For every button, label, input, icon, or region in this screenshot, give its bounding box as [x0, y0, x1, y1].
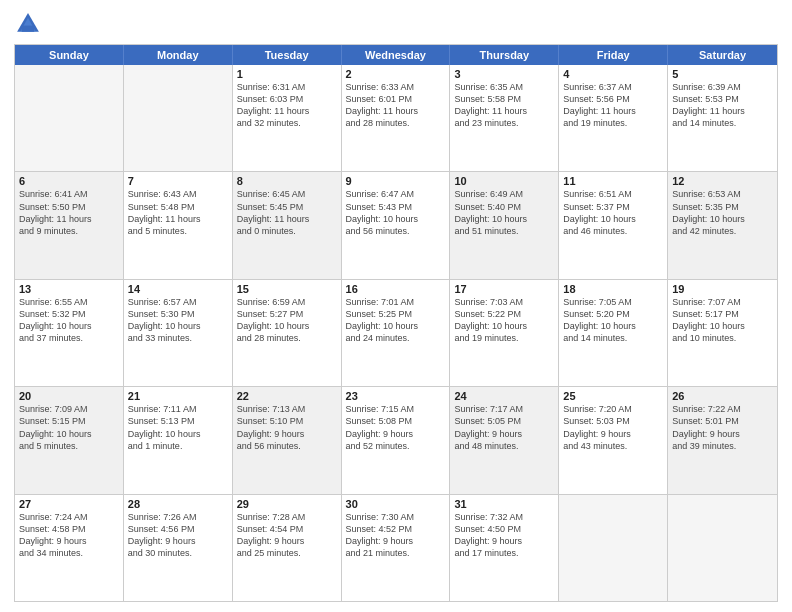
calendar-row-0: 1Sunrise: 6:31 AM Sunset: 6:03 PM Daylig… [15, 65, 777, 171]
calendar-row-1: 6Sunrise: 6:41 AM Sunset: 5:50 PM Daylig… [15, 171, 777, 278]
calendar-row-3: 20Sunrise: 7:09 AM Sunset: 5:15 PM Dayli… [15, 386, 777, 493]
calendar-cell: 21Sunrise: 7:11 AM Sunset: 5:13 PM Dayli… [124, 387, 233, 493]
calendar-cell: 25Sunrise: 7:20 AM Sunset: 5:03 PM Dayli… [559, 387, 668, 493]
calendar-cell: 6Sunrise: 6:41 AM Sunset: 5:50 PM Daylig… [15, 172, 124, 278]
header-day-thursday: Thursday [450, 45, 559, 65]
day-info: Sunrise: 6:35 AM Sunset: 5:58 PM Dayligh… [454, 81, 554, 130]
calendar-cell: 16Sunrise: 7:01 AM Sunset: 5:25 PM Dayli… [342, 280, 451, 386]
calendar-cell: 9Sunrise: 6:47 AM Sunset: 5:43 PM Daylig… [342, 172, 451, 278]
day-number: 5 [672, 68, 773, 80]
header [14, 10, 778, 38]
calendar-cell: 23Sunrise: 7:15 AM Sunset: 5:08 PM Dayli… [342, 387, 451, 493]
header-day-friday: Friday [559, 45, 668, 65]
calendar-cell: 24Sunrise: 7:17 AM Sunset: 5:05 PM Dayli… [450, 387, 559, 493]
day-number: 30 [346, 498, 446, 510]
calendar-cell: 19Sunrise: 7:07 AM Sunset: 5:17 PM Dayli… [668, 280, 777, 386]
day-info: Sunrise: 7:28 AM Sunset: 4:54 PM Dayligh… [237, 511, 337, 560]
day-number: 18 [563, 283, 663, 295]
day-number: 6 [19, 175, 119, 187]
calendar-cell: 28Sunrise: 7:26 AM Sunset: 4:56 PM Dayli… [124, 495, 233, 601]
calendar-cell: 22Sunrise: 7:13 AM Sunset: 5:10 PM Dayli… [233, 387, 342, 493]
day-info: Sunrise: 6:53 AM Sunset: 5:35 PM Dayligh… [672, 188, 773, 237]
day-info: Sunrise: 6:39 AM Sunset: 5:53 PM Dayligh… [672, 81, 773, 130]
day-info: Sunrise: 6:37 AM Sunset: 5:56 PM Dayligh… [563, 81, 663, 130]
calendar-cell: 29Sunrise: 7:28 AM Sunset: 4:54 PM Dayli… [233, 495, 342, 601]
calendar-row-2: 13Sunrise: 6:55 AM Sunset: 5:32 PM Dayli… [15, 279, 777, 386]
calendar-cell: 4Sunrise: 6:37 AM Sunset: 5:56 PM Daylig… [559, 65, 668, 171]
logo-icon [14, 10, 42, 38]
calendar-cell: 2Sunrise: 6:33 AM Sunset: 6:01 PM Daylig… [342, 65, 451, 171]
day-info: Sunrise: 6:51 AM Sunset: 5:37 PM Dayligh… [563, 188, 663, 237]
calendar-cell: 13Sunrise: 6:55 AM Sunset: 5:32 PM Dayli… [15, 280, 124, 386]
day-number: 22 [237, 390, 337, 402]
day-info: Sunrise: 7:09 AM Sunset: 5:15 PM Dayligh… [19, 403, 119, 452]
day-number: 27 [19, 498, 119, 510]
calendar-cell: 18Sunrise: 7:05 AM Sunset: 5:20 PM Dayli… [559, 280, 668, 386]
calendar-cell: 26Sunrise: 7:22 AM Sunset: 5:01 PM Dayli… [668, 387, 777, 493]
day-info: Sunrise: 7:20 AM Sunset: 5:03 PM Dayligh… [563, 403, 663, 452]
day-info: Sunrise: 7:32 AM Sunset: 4:50 PM Dayligh… [454, 511, 554, 560]
day-info: Sunrise: 7:26 AM Sunset: 4:56 PM Dayligh… [128, 511, 228, 560]
day-number: 12 [672, 175, 773, 187]
day-number: 1 [237, 68, 337, 80]
calendar-cell [559, 495, 668, 601]
calendar-cell: 14Sunrise: 6:57 AM Sunset: 5:30 PM Dayli… [124, 280, 233, 386]
day-number: 4 [563, 68, 663, 80]
calendar-cell [15, 65, 124, 171]
day-number: 15 [237, 283, 337, 295]
day-number: 10 [454, 175, 554, 187]
calendar-cell: 1Sunrise: 6:31 AM Sunset: 6:03 PM Daylig… [233, 65, 342, 171]
calendar: SundayMondayTuesdayWednesdayThursdayFrid… [14, 44, 778, 602]
header-day-monday: Monday [124, 45, 233, 65]
day-number: 26 [672, 390, 773, 402]
calendar-cell: 17Sunrise: 7:03 AM Sunset: 5:22 PM Dayli… [450, 280, 559, 386]
calendar-cell: 30Sunrise: 7:30 AM Sunset: 4:52 PM Dayli… [342, 495, 451, 601]
header-day-tuesday: Tuesday [233, 45, 342, 65]
day-info: Sunrise: 7:11 AM Sunset: 5:13 PM Dayligh… [128, 403, 228, 452]
day-info: Sunrise: 6:31 AM Sunset: 6:03 PM Dayligh… [237, 81, 337, 130]
day-info: Sunrise: 6:57 AM Sunset: 5:30 PM Dayligh… [128, 296, 228, 345]
day-number: 24 [454, 390, 554, 402]
header-day-sunday: Sunday [15, 45, 124, 65]
day-info: Sunrise: 7:03 AM Sunset: 5:22 PM Dayligh… [454, 296, 554, 345]
day-info: Sunrise: 7:24 AM Sunset: 4:58 PM Dayligh… [19, 511, 119, 560]
day-info: Sunrise: 7:22 AM Sunset: 5:01 PM Dayligh… [672, 403, 773, 452]
day-number: 28 [128, 498, 228, 510]
day-number: 9 [346, 175, 446, 187]
calendar-cell: 12Sunrise: 6:53 AM Sunset: 5:35 PM Dayli… [668, 172, 777, 278]
calendar-row-4: 27Sunrise: 7:24 AM Sunset: 4:58 PM Dayli… [15, 494, 777, 601]
day-number: 8 [237, 175, 337, 187]
header-day-saturday: Saturday [668, 45, 777, 65]
logo [14, 10, 46, 38]
day-number: 2 [346, 68, 446, 80]
calendar-cell: 20Sunrise: 7:09 AM Sunset: 5:15 PM Dayli… [15, 387, 124, 493]
svg-rect-2 [22, 26, 34, 32]
calendar-body: 1Sunrise: 6:31 AM Sunset: 6:03 PM Daylig… [15, 65, 777, 601]
day-info: Sunrise: 7:15 AM Sunset: 5:08 PM Dayligh… [346, 403, 446, 452]
calendar-cell: 27Sunrise: 7:24 AM Sunset: 4:58 PM Dayli… [15, 495, 124, 601]
calendar-cell [668, 495, 777, 601]
day-info: Sunrise: 7:05 AM Sunset: 5:20 PM Dayligh… [563, 296, 663, 345]
calendar-cell [124, 65, 233, 171]
header-day-wednesday: Wednesday [342, 45, 451, 65]
calendar-cell: 5Sunrise: 6:39 AM Sunset: 5:53 PM Daylig… [668, 65, 777, 171]
day-number: 3 [454, 68, 554, 80]
day-info: Sunrise: 7:13 AM Sunset: 5:10 PM Dayligh… [237, 403, 337, 452]
calendar-cell: 11Sunrise: 6:51 AM Sunset: 5:37 PM Dayli… [559, 172, 668, 278]
day-info: Sunrise: 7:07 AM Sunset: 5:17 PM Dayligh… [672, 296, 773, 345]
day-number: 31 [454, 498, 554, 510]
day-info: Sunrise: 7:30 AM Sunset: 4:52 PM Dayligh… [346, 511, 446, 560]
day-info: Sunrise: 6:55 AM Sunset: 5:32 PM Dayligh… [19, 296, 119, 345]
day-info: Sunrise: 6:49 AM Sunset: 5:40 PM Dayligh… [454, 188, 554, 237]
day-number: 20 [19, 390, 119, 402]
day-number: 25 [563, 390, 663, 402]
day-info: Sunrise: 6:43 AM Sunset: 5:48 PM Dayligh… [128, 188, 228, 237]
day-info: Sunrise: 7:01 AM Sunset: 5:25 PM Dayligh… [346, 296, 446, 345]
calendar-cell: 3Sunrise: 6:35 AM Sunset: 5:58 PM Daylig… [450, 65, 559, 171]
day-number: 17 [454, 283, 554, 295]
day-info: Sunrise: 6:41 AM Sunset: 5:50 PM Dayligh… [19, 188, 119, 237]
day-info: Sunrise: 7:17 AM Sunset: 5:05 PM Dayligh… [454, 403, 554, 452]
day-number: 16 [346, 283, 446, 295]
day-info: Sunrise: 6:45 AM Sunset: 5:45 PM Dayligh… [237, 188, 337, 237]
calendar-cell: 15Sunrise: 6:59 AM Sunset: 5:27 PM Dayli… [233, 280, 342, 386]
